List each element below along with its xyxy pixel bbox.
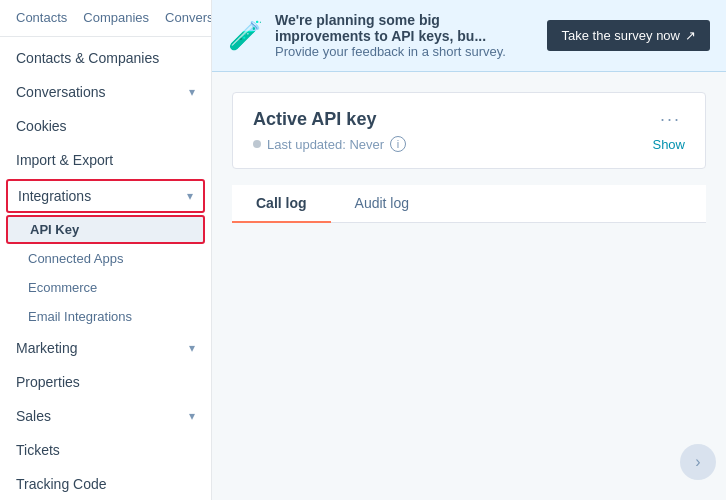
api-banner: 🧪 We're planning some big improvements t…: [212, 0, 726, 72]
sidebar-item-properties[interactable]: Properties: [0, 365, 211, 399]
last-updated-label: Last updated: Never: [267, 137, 384, 152]
banner-subtitle: Provide your feedback in a short survey.: [275, 44, 535, 59]
api-card-info: Active API key Last updated: Never i: [253, 109, 406, 152]
sidebar-item-sales[interactable]: Sales ▾: [0, 399, 211, 433]
three-dots-menu[interactable]: ···: [656, 109, 685, 130]
sidebar-item-cookies-label: Cookies: [16, 118, 67, 134]
sidebar-item-import-export[interactable]: Import & Export: [0, 143, 211, 177]
info-icon[interactable]: i: [390, 136, 406, 152]
content-area: Active API key Last updated: Never i ···…: [212, 72, 726, 500]
sidebar-item-integrations[interactable]: Integrations ▾: [6, 179, 205, 213]
sidebar-item-sales-label: Sales: [16, 408, 51, 424]
api-card-meta: Last updated: Never i: [253, 136, 406, 152]
external-link-icon: ↗: [685, 28, 696, 43]
status-dot-icon: [253, 140, 261, 148]
sidebar-item-cookies[interactable]: Cookies: [0, 109, 211, 143]
sidebar-sub-item-email-integrations[interactable]: Email Integrations: [0, 302, 211, 331]
banner-icon: 🧪: [228, 19, 263, 52]
take-survey-button[interactable]: Take the survey now ↗: [547, 20, 710, 51]
sidebar-sub-item-ecommerce[interactable]: Ecommerce: [0, 273, 211, 302]
api-card-title: Active API key: [253, 109, 406, 130]
sidebar-item-marketing-label: Marketing: [16, 340, 77, 356]
integrations-chevron-icon: ▾: [187, 189, 193, 203]
sidebar-item-conversations-label: Conversations: [16, 84, 106, 100]
tab-audit-log[interactable]: Audit log: [331, 185, 433, 223]
log-tabs: Call log Audit log: [232, 185, 706, 223]
chevron-right-icon: ›: [695, 453, 700, 471]
api-card-header: Active API key Last updated: Never i ···: [253, 109, 685, 152]
sidebar-item-integrations-label: Integrations: [18, 188, 91, 204]
sidebar-sub-item-api-key[interactable]: API Key: [6, 215, 205, 244]
conversations-chevron-icon: ▾: [189, 85, 195, 99]
sidebar-tab-companies[interactable]: Companies: [75, 0, 157, 37]
sidebar-tab-conversations[interactable]: Conversations: [157, 0, 212, 37]
sidebar-item-tickets[interactable]: Tickets: [0, 433, 211, 467]
sidebar: Contacts Companies Conversations Contact…: [0, 0, 212, 500]
sidebar-item-tracking-code-label: Tracking Code: [16, 476, 107, 492]
sidebar-item-properties-label: Properties: [16, 374, 80, 390]
sidebar-top-tabs: Contacts Companies Conversations: [0, 0, 211, 37]
sales-chevron-icon: ▾: [189, 409, 195, 423]
sidebar-item-import-export-label: Import & Export: [16, 152, 113, 168]
marketing-chevron-icon: ▾: [189, 341, 195, 355]
sidebar-item-tickets-label: Tickets: [16, 442, 60, 458]
show-api-key-button[interactable]: Show: [652, 137, 685, 152]
tab-call-log[interactable]: Call log: [232, 185, 331, 223]
sidebar-item-marketing[interactable]: Marketing ▾: [0, 331, 211, 365]
take-survey-label: Take the survey now: [561, 28, 680, 43]
banner-title: We're planning some big improvements to …: [275, 12, 535, 44]
main-content: 🧪 We're planning some big improvements t…: [212, 0, 726, 500]
sidebar-item-tracking-code[interactable]: Tracking Code: [0, 467, 211, 500]
sidebar-tab-contacts[interactable]: Contacts: [8, 0, 75, 37]
sidebar-menu: Contacts & Companies Conversations ▾ Coo…: [0, 37, 211, 500]
sidebar-item-contacts-companies[interactable]: Contacts & Companies: [0, 41, 211, 75]
sidebar-item-conversations[interactable]: Conversations ▾: [0, 75, 211, 109]
sidebar-item-contacts-companies-label: Contacts & Companies: [16, 50, 159, 66]
scroll-down-arrow[interactable]: ›: [680, 444, 716, 480]
api-key-card: Active API key Last updated: Never i ···…: [232, 92, 706, 169]
banner-text: We're planning some big improvements to …: [275, 12, 535, 59]
sidebar-sub-item-connected-apps[interactable]: Connected Apps: [0, 244, 211, 273]
